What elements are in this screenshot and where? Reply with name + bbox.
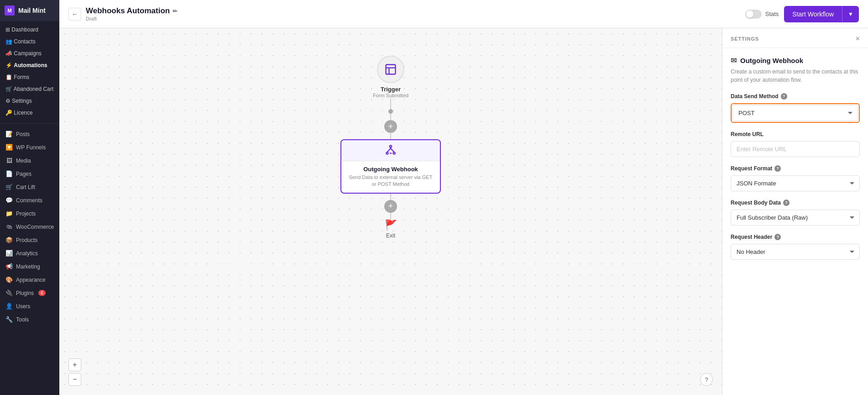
request-header-select[interactable]: No Header Custom Header	[731, 244, 860, 260]
back-button[interactable]: ←	[68, 8, 81, 21]
remote-url-input[interactable]	[731, 141, 860, 157]
sidebar-item-settings[interactable]: ⚙ Settings	[0, 95, 59, 107]
canvas-area: Trigger Form Submitted +	[59, 28, 868, 395]
request-body-help-icon[interactable]: ?	[783, 200, 790, 206]
svg-point-3	[390, 145, 392, 147]
start-workflow-arrow[interactable]: ▼	[842, 6, 859, 22]
sidebar-item-users[interactable]: 👤Users	[0, 300, 59, 313]
webhook-node-title: Outgoing Webhook	[347, 166, 434, 173]
posts-icon: 📝	[5, 131, 13, 137]
webhook-node-icon	[385, 144, 397, 157]
sidebar-item-pages[interactable]: 📄Pages	[0, 167, 59, 180]
sidebar-item-posts[interactable]: 📝Posts	[0, 127, 59, 141]
exit-icon: 🚩	[385, 219, 397, 231]
request-header-field: Request Header ? No Header Custom Header	[731, 234, 860, 260]
sidebar-item-analytics[interactable]: 📊Analytics	[0, 247, 59, 260]
add-node-button-1[interactable]: +	[384, 120, 397, 133]
request-format-select[interactable]: JSON Formate XML Form Data	[731, 175, 860, 191]
sidebar-item-appearance[interactable]: 🎨Appearance	[0, 273, 59, 286]
sidebar: M Mail Mint ⊞ Dashboard 👥 Contacts 📣 Cam…	[0, 0, 59, 395]
sidebar-logo[interactable]: M Mail Mint	[0, 0, 59, 21]
sidebar-item-abandoned-cart[interactable]: 🛒 Abandoned Cart	[0, 83, 59, 95]
zoom-in-button[interactable]: +	[68, 358, 81, 371]
sidebar-item-wp-funnels[interactable]: 🔽WP Funnels	[0, 141, 59, 154]
header-title-group: Webhooks Automation ✏ Draft	[86, 6, 178, 21]
webhook-node[interactable]: Outgoing Webhook Send Data to external s…	[340, 139, 441, 194]
products-icon: 📦	[5, 237, 13, 243]
logo-icon: M	[5, 5, 15, 16]
sidebar-item-tools[interactable]: 🔧Tools	[0, 313, 59, 326]
data-send-method-label: Data Send Method ?	[731, 93, 860, 100]
request-format-label: Request Format ?	[731, 165, 860, 172]
users-icon: 👤	[5, 303, 13, 310]
svg-point-5	[393, 152, 395, 154]
connector-line-4	[390, 194, 391, 200]
stats-toggle[interactable]: Stats	[745, 10, 779, 19]
canvas-controls: + −	[68, 358, 81, 386]
request-header-help-icon[interactable]: ?	[774, 234, 781, 240]
sidebar-item-products[interactable]: 📦Products	[0, 233, 59, 247]
sidebar-item-plugins[interactable]: 🔌Plugins 6	[0, 286, 59, 300]
trigger-node[interactable]: Trigger Form Submitted	[373, 56, 408, 98]
remote-url-field: Remote URL	[731, 131, 860, 157]
sidebar-item-media[interactable]: 🖼Media	[0, 154, 59, 167]
page-title: Webhooks Automation	[86, 6, 170, 16]
sidebar-item-campaigns[interactable]: 📣 Campaigns	[0, 47, 59, 59]
connector-line-5	[390, 213, 391, 219]
plugins-badge: 6	[38, 290, 46, 296]
analytics-icon: 📊	[5, 250, 13, 257]
dashboard-icon: ⊞	[5, 26, 10, 33]
exit-node[interactable]: 🚩 Exit	[385, 219, 397, 239]
header-left: ← Webhooks Automation ✏ Draft	[68, 6, 178, 21]
canvas-help-button[interactable]: ?	[700, 373, 713, 386]
outgoing-webhook-heading: Outgoing Webhook	[740, 57, 803, 64]
edit-title-icon[interactable]: ✏	[173, 8, 178, 15]
add-node-button-2[interactable]: +	[384, 200, 397, 213]
sidebar-item-woocommerce[interactable]: 🛍WooCommerce	[0, 220, 59, 233]
sidebar-item-forms[interactable]: 📋 Forms	[0, 71, 59, 83]
sidebar-item-projects[interactable]: 📁Projects	[0, 207, 59, 220]
settings-icon: ⚙	[5, 98, 10, 104]
sidebar-item-cart-lift[interactable]: 🛒Cart Lift	[0, 180, 59, 194]
cart-lift-icon: 🛒	[5, 184, 13, 190]
workflow-canvas[interactable]: Trigger Form Submitted +	[59, 28, 722, 395]
start-workflow-button[interactable]: Start Workflow ▼	[784, 6, 859, 22]
request-format-help-icon[interactable]: ?	[774, 165, 781, 172]
sidebar-item-automations[interactable]: ⚡ Automations	[0, 59, 59, 71]
settings-close-button[interactable]: ×	[856, 35, 860, 43]
trigger-icon	[377, 56, 404, 83]
sidebar-item-licence[interactable]: 🔑 Licence	[0, 107, 59, 119]
data-send-method-field: Data Send Method ? POST GET	[731, 93, 860, 123]
contacts-icon: 👥	[5, 38, 12, 45]
request-body-field: Request Body Data ? Full Subscriber Data…	[731, 200, 860, 226]
stats-label: Stats	[765, 11, 779, 17]
header-title: Webhooks Automation ✏	[86, 6, 178, 16]
connector-line-2	[390, 114, 391, 120]
connector-dot-1	[388, 109, 393, 114]
request-header-label: Request Header ?	[731, 234, 860, 240]
data-send-method-help-icon[interactable]: ?	[781, 93, 787, 100]
projects-icon: 📁	[5, 210, 13, 217]
sidebar-item-comments[interactable]: 💬Comments	[0, 194, 59, 207]
main-area: ← Webhooks Automation ✏ Draft Stats Star…	[59, 0, 868, 395]
data-send-method-select[interactable]: POST GET	[732, 105, 858, 121]
sidebar-item-dashboard[interactable]: ⊞ Dashboard	[0, 24, 59, 36]
webhook-node-desc: Send Data to external server via GET or …	[347, 174, 434, 188]
zoom-out-button[interactable]: −	[68, 373, 81, 386]
sidebar-item-marketing[interactable]: 📢Marketing	[0, 260, 59, 273]
trigger-label: Trigger	[381, 86, 401, 93]
header-right: Stats Start Workflow ▼	[745, 6, 859, 22]
outgoing-webhook-desc: Create a custom email to send to the con…	[731, 68, 860, 84]
abandoned-cart-icon: 🛒	[5, 86, 12, 92]
automations-icon: ⚡	[5, 62, 12, 68]
licence-icon: 🔑	[5, 110, 12, 116]
stats-toggle-switch[interactable]	[745, 10, 762, 19]
appearance-icon: 🎨	[5, 276, 13, 283]
pages-icon: 📄	[5, 170, 13, 177]
data-send-method-highlight: POST GET	[731, 103, 860, 123]
exit-label: Exit	[386, 232, 395, 239]
media-icon: 🖼	[5, 157, 13, 164]
request-body-select[interactable]: Full Subscriber Data (Raw) Custom Fields	[731, 210, 860, 226]
connector-line-3	[390, 133, 391, 139]
sidebar-item-contacts[interactable]: 👥 Contacts	[0, 36, 59, 47]
